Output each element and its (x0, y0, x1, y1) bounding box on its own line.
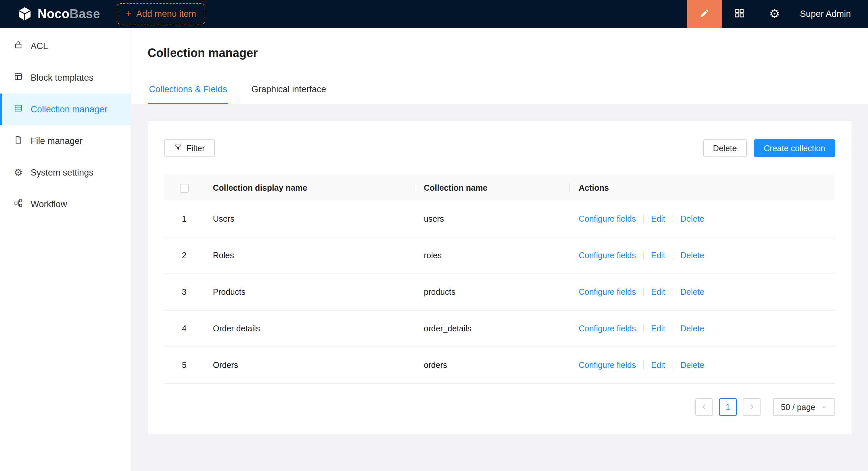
column-header-display-name: Collection display name (204, 175, 415, 201)
row-index: 3 (164, 274, 204, 310)
sidebar-item-system-settings[interactable]: ⚙ System settings (0, 157, 131, 189)
ui-editor-button[interactable] (687, 0, 722, 28)
row-index: 1 (164, 201, 204, 237)
collections-table: Collection display name Collection name … (164, 175, 835, 384)
gear-icon: ⚙ (14, 168, 23, 177)
chevron-down-icon (821, 403, 827, 412)
content-area: Filter Delete Create collection Collecti… (131, 104, 868, 471)
edit-link[interactable]: Edit (651, 287, 665, 296)
chevron-left-icon (701, 403, 708, 412)
collection-name-cell: order_details (415, 310, 570, 347)
delete-link[interactable]: Delete (681, 324, 704, 333)
table-toolbar: Filter Delete Create collection (164, 139, 835, 157)
configure-fields-link[interactable]: Configure fields (579, 251, 636, 260)
settings-button[interactable]: ⚙ (757, 0, 792, 28)
collection-name-cell: orders (415, 347, 570, 383)
sidebar-item-label: ACL (31, 41, 48, 52)
tab-collections-fields[interactable]: Collections & Fields (148, 84, 228, 104)
appstore-grid-icon (734, 8, 745, 20)
row-actions: Configure fieldsEditDelete (570, 310, 835, 347)
table-row: 1 Users users Configure fieldsEditDelete (164, 201, 835, 237)
collections-card: Filter Delete Create collection Collecti… (148, 121, 851, 434)
collection-display-name-cell: Users (204, 201, 415, 237)
table-row: 5 Orders orders Configure fieldsEditDele… (164, 347, 835, 383)
configure-fields-link[interactable]: Configure fields (579, 287, 636, 296)
table-row: 4 Order details order_details Configure … (164, 310, 835, 347)
sidebar-item-label: File manager (31, 136, 83, 146)
action-divider (673, 251, 673, 260)
sidebar-item-label: System settings (31, 168, 94, 178)
collection-display-name-cell: Orders (204, 347, 415, 383)
sidebar-item-block-templates[interactable]: Block templates (0, 62, 131, 94)
user-menu[interactable]: Super Admin (792, 9, 868, 19)
pagination-page-1[interactable]: 1 (719, 398, 737, 416)
page-size-value: 50 / page (781, 403, 815, 412)
file-icon (14, 135, 23, 146)
sidebar-item-workflow[interactable]: Workflow (0, 189, 131, 220)
collection-name-cell: products (415, 274, 570, 310)
row-index: 2 (164, 237, 204, 274)
page-size-select[interactable]: 50 / page (773, 398, 835, 416)
select-all-checkbox[interactable] (180, 184, 189, 193)
filter-label: Filter (187, 144, 205, 153)
table-row: 2 Roles roles Configure fieldsEditDelete (164, 237, 835, 274)
delete-link[interactable]: Delete (681, 287, 704, 296)
sidebar-item-label: Workflow (31, 199, 67, 209)
action-divider (673, 361, 673, 369)
plugins-button[interactable] (722, 0, 757, 28)
edit-link[interactable]: Edit (651, 251, 665, 260)
table-header-row: Collection display name Collection name … (164, 175, 835, 201)
table-icon (14, 104, 23, 115)
action-divider (673, 288, 673, 296)
add-menu-item-button[interactable]: + Add menu item (117, 3, 205, 24)
action-divider (643, 361, 644, 369)
row-actions: Configure fieldsEditDelete (570, 347, 835, 383)
layout-icon (14, 72, 23, 83)
pagination-prev-button[interactable] (695, 398, 713, 416)
workflow-icon (14, 199, 23, 210)
row-index: 5 (164, 347, 204, 383)
add-menu-item-label: Add menu item (136, 9, 196, 19)
collection-display-name-cell: Order details (204, 310, 415, 347)
delete-link[interactable]: Delete (681, 360, 704, 370)
chevron-right-icon (748, 403, 755, 412)
delete-link[interactable]: Delete (681, 214, 704, 223)
row-index: 4 (164, 310, 204, 347)
sidebar-item-file-manager[interactable]: File manager (0, 125, 131, 157)
collection-display-name-cell: Products (204, 274, 415, 310)
nocobase-logo[interactable]: NocoBase (0, 6, 112, 22)
edit-link[interactable]: Edit (651, 360, 665, 370)
tab-graphical-interface[interactable]: Graphical interface (250, 84, 328, 104)
configure-fields-link[interactable]: Configure fields (579, 324, 636, 333)
settings-sidebar: ACL Block templates Collection manager (0, 28, 131, 471)
logo-cube-icon (17, 6, 32, 22)
collection-name-cell: roles (415, 237, 570, 274)
edit-link[interactable]: Edit (651, 214, 665, 223)
pagination-next-button[interactable] (743, 398, 761, 416)
row-actions: Configure fieldsEditDelete (570, 274, 835, 310)
edit-link[interactable]: Edit (651, 324, 665, 333)
top-header: NocoBase + Add menu item ⚙ (0, 0, 868, 28)
pagination: 1 50 / page (164, 398, 835, 416)
ui-editor-pencil-icon (700, 8, 710, 20)
delete-button[interactable]: Delete (703, 139, 747, 157)
create-collection-button[interactable]: Create collection (754, 139, 835, 157)
row-actions: Configure fieldsEditDelete (570, 201, 835, 237)
header-actions: ⚙ Super Admin (687, 0, 868, 28)
tab-bar: Collections & Fields Graphical interface (131, 84, 868, 104)
gear-icon: ⚙ (769, 8, 780, 20)
sidebar-item-acl[interactable]: ACL (0, 30, 131, 62)
delete-link[interactable]: Delete (681, 251, 704, 260)
configure-fields-link[interactable]: Configure fields (579, 360, 636, 370)
filter-funnel-icon (174, 143, 182, 153)
column-header-actions: Actions (570, 175, 835, 201)
collection-name-cell: users (415, 201, 570, 237)
filter-button[interactable]: Filter (164, 139, 215, 157)
page-title: Collection manager (131, 28, 868, 60)
table-row: 3 Products products Configure fieldsEdit… (164, 274, 835, 310)
configure-fields-link[interactable]: Configure fields (579, 214, 636, 223)
sidebar-item-label: Block templates (31, 73, 94, 83)
sidebar-item-collection-manager[interactable]: Collection manager (0, 94, 131, 125)
action-divider (643, 324, 644, 333)
plus-icon: + (126, 9, 132, 19)
